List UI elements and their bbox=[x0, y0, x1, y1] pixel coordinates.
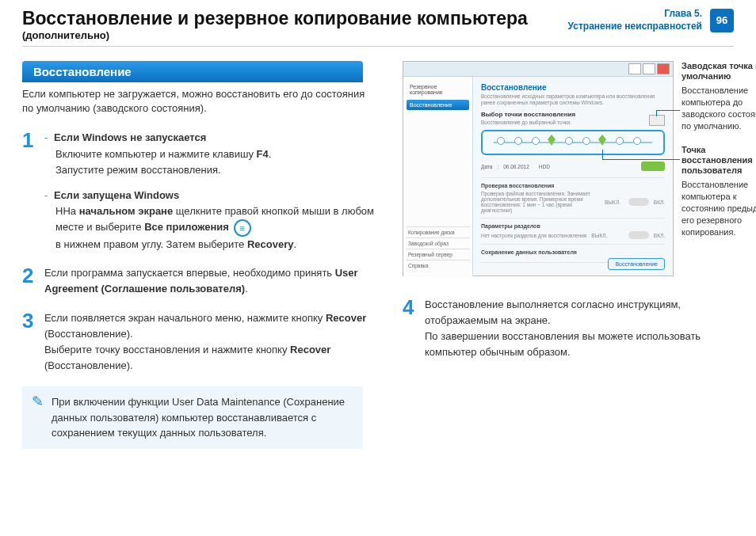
step-number: 3 bbox=[22, 310, 38, 374]
step-3: 3 Если появляется экран начального меню,… bbox=[22, 310, 379, 374]
note-text: При включении функции User Data Maintena… bbox=[52, 394, 353, 441]
info-note: ✎ При включении функции User Data Mainte… bbox=[22, 386, 363, 449]
step1-case-b-title: Если запущена Windows bbox=[54, 189, 179, 201]
section-intro: Если компьютер не загружается, можно вос… bbox=[22, 87, 379, 116]
maximize-icon[interactable] bbox=[643, 63, 655, 74]
page-title: Восстановление и резервное копирование к… bbox=[22, 8, 568, 29]
app-main-subtitle: Восстановление исходных параметров компь… bbox=[481, 93, 665, 106]
partition-toggle[interactable] bbox=[628, 231, 649, 239]
page-header: Восстановление и резервное копирование к… bbox=[22, 8, 734, 47]
callout-factory-default: Заводская точка по умолчанию Восстановле… bbox=[682, 61, 756, 132]
window-titlebar bbox=[403, 62, 673, 77]
step-1: 1 - Если Windows не запускается Включите… bbox=[22, 130, 379, 253]
sidebar-item-restore[interactable]: Восстановление bbox=[407, 100, 469, 110]
app-main-title: Восстановление bbox=[481, 83, 665, 92]
apply-point-button[interactable] bbox=[641, 162, 665, 171]
step1-case-a-title: Если Windows не запускается bbox=[54, 131, 206, 143]
sidebar-item-backup[interactable]: Резервное копирование bbox=[407, 82, 469, 97]
minimize-icon[interactable] bbox=[628, 63, 641, 74]
step-number: 4 bbox=[403, 297, 418, 361]
chapter-label: Глава 5. Устранение неисправностей bbox=[568, 8, 702, 32]
step-2: 2 Если программа запускается впервые, не… bbox=[22, 265, 379, 297]
step-number: 2 bbox=[22, 265, 38, 297]
sidebar-item-help[interactable]: Справка bbox=[407, 260, 470, 271]
user-restore-point-marker[interactable] bbox=[548, 135, 556, 146]
section-tab-recovery: Восстановление bbox=[22, 61, 363, 82]
leader-line bbox=[656, 110, 680, 112]
restore-timeline[interactable] bbox=[481, 130, 665, 155]
restore-date: 06.08.2012 bbox=[503, 164, 529, 169]
verify-toggle[interactable] bbox=[628, 198, 649, 206]
callout-user-point: Точка восстановления пользователя Восста… bbox=[682, 145, 756, 238]
sidebar-item-factory-image[interactable]: Заводской образ bbox=[407, 238, 470, 249]
sidebar-item-disk-copy[interactable]: Копирование диска bbox=[407, 226, 470, 238]
factory-point-icon bbox=[649, 115, 665, 126]
step-4: 4 Восстановление выполняется согласно ин… bbox=[403, 297, 734, 361]
sidebar-item-backup-server[interactable]: Резервный сервер bbox=[407, 249, 470, 260]
section-choose-point: Выбор точки восстановления bbox=[481, 111, 665, 118]
recover-button[interactable]: Восстановление bbox=[608, 258, 665, 270]
recovery-app-screenshot: Резервное копирование Восстановление Коп… bbox=[403, 61, 674, 276]
app-sidebar: Резервное копирование Восстановление Коп… bbox=[403, 77, 473, 276]
page-number-badge: 96 bbox=[710, 9, 734, 32]
page-subtitle: (дополнительно) bbox=[22, 29, 568, 41]
note-icon: ✎ bbox=[32, 394, 44, 441]
user-restore-point-marker[interactable] bbox=[598, 135, 606, 146]
leader-line bbox=[602, 159, 680, 161]
all-apps-icon: ≡ bbox=[234, 219, 251, 237]
step-number: 1 bbox=[22, 130, 38, 253]
close-icon[interactable] bbox=[657, 63, 670, 74]
